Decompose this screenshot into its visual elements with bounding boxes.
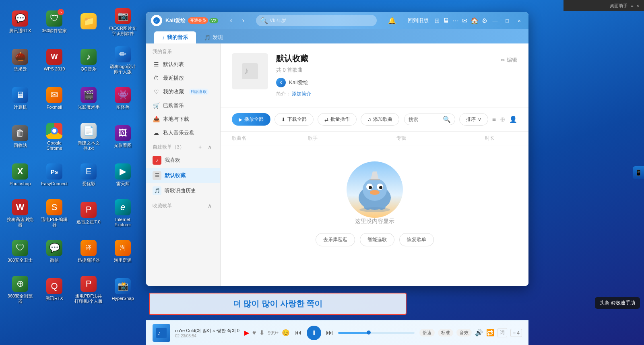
add-playlist-btn[interactable]: + (196, 143, 204, 151)
youtube-icon[interactable]: ▶ (244, 329, 249, 337)
icon-aiyou[interactable]: ▶ 雷天师 (107, 157, 139, 193)
icon-label-tencent-rtx: 腾讯通RTX (9, 28, 31, 33)
sidebar-item-default-collection[interactable]: ☰ 默认收藏 (146, 168, 220, 183)
icon-qq-music[interactable]: ♪ QQ音乐 (72, 42, 105, 79)
icon-img-computer: 🖥 (12, 87, 28, 103)
icon-apps[interactable]: ⋯ (452, 17, 459, 25)
sound-effect-btn[interactable]: 音效 (456, 329, 472, 337)
player-thumbnail[interactable]: ♪ (153, 324, 170, 342)
icon-grid[interactable]: ⊞ (434, 17, 440, 25)
icon-hypersnap[interactable]: 📸 HyperSnap (107, 272, 139, 308)
icon-tencent-rtx[interactable]: 💬 腾讯通RTX (4, 4, 36, 40)
right-tool-panel[interactable]: 📱 (633, 166, 644, 179)
inline-search-input[interactable] (409, 117, 441, 122)
user-icon[interactable]: 👤 (509, 116, 517, 123)
pause-btn[interactable]: ⏸ (307, 326, 321, 340)
add-song-btn[interactable]: ♫ 添加歌曲 (361, 113, 399, 126)
inline-search[interactable]: 🔍 (404, 114, 455, 125)
desc-placeholder[interactable]: 添加简介 (292, 91, 311, 97)
search-input[interactable] (270, 18, 373, 23)
icon-tencent-rtx2[interactable]: Q 腾讯RTX (38, 272, 70, 308)
sidebar-item-love[interactable]: ♪ 我喜欢 (146, 153, 220, 168)
icon-pdf-print[interactable]: P 迅电PDF法共打印机/个人版 (72, 272, 105, 308)
window-close-btn[interactable]: × (515, 16, 524, 25)
icon-ms-excel[interactable]: X Photoshop (4, 157, 36, 193)
sidebar-item-recent[interactable]: ⏱ 最近播放 (146, 71, 220, 85)
icon-pdf-editor[interactable]: P 迅雷之星7.0 (72, 195, 105, 231)
icon-ms-word[interactable]: W 搜狗高速浏览器 (4, 195, 36, 231)
icon-computer[interactable]: 🖥 计算机 (4, 81, 36, 117)
icon-360-guard[interactable]: 🛡 360安全卫士 (4, 233, 36, 270)
icon-nuts-cloud[interactable]: 🌰 坚果云 (4, 42, 36, 79)
batch-ops-btn[interactable]: ⇄ 批量操作 (318, 113, 357, 126)
system-menu-icon[interactable]: ≡ (631, 3, 633, 8)
icon-360-browser[interactable]: ⊕ 360安全浏览器 (4, 272, 36, 308)
icon-monitor[interactable]: 🖥 (443, 17, 449, 24)
next-btn[interactable]: ⏭ (326, 328, 333, 337)
list-view-icon[interactable]: ≡ (492, 116, 496, 123)
player-download-icon[interactable]: ⬇ (259, 329, 264, 337)
collapse-collected-btn[interactable]: ∧ (206, 202, 214, 210)
go-library-btn[interactable]: 去乐库逛逛 (316, 233, 355, 246)
icon-foxmail[interactable]: ✉ Foxmail (38, 81, 70, 117)
icon-movie-magic[interactable]: 🎬 光影魔术手 (72, 81, 105, 117)
smart-select-btn[interactable]: 智能选歌 (360, 233, 394, 246)
download-all-btn[interactable]: ⬇ 下载全部 (275, 113, 314, 126)
icon-photoshop[interactable]: Ps EasyConnect (38, 157, 70, 193)
icon-taobao[interactable]: 淘 淘里逛逛 (107, 233, 139, 270)
like-icon[interactable]: ♥ (252, 329, 256, 337)
icon-label-recycle: 回收站 (14, 143, 27, 148)
icon-bell2[interactable]: 🏠 (471, 17, 479, 25)
icon-wps[interactable]: W WPS 2019 (38, 42, 70, 79)
icon-wechat[interactable]: 💬 微信 (38, 233, 70, 270)
forward-button[interactable]: › (238, 16, 248, 25)
back-button[interactable]: ‹ (226, 16, 236, 25)
return-old-btn[interactable]: 回到旧版 (405, 16, 431, 25)
system-close-icon[interactable]: × (637, 3, 639, 8)
icon-ocr[interactable]: 📷 电OCR图片文字识别软件 (107, 4, 139, 40)
tab-discover[interactable]: 🎵 发现 (196, 31, 231, 43)
icon-settings[interactable]: ⚙ (482, 17, 487, 25)
icon-light-shadow[interactable]: 🖼 光影看图 (107, 119, 139, 155)
tab-my-music[interactable]: ♪ 我的音乐 (154, 31, 196, 43)
icon-logo-design[interactable]: ✏ 顽狗logo设计师个人版 (107, 42, 139, 79)
play-all-btn[interactable]: ▶ 播放全部 (232, 113, 270, 126)
sidebar-item-default-list[interactable]: ☰ 默认列表 (146, 58, 220, 71)
lyrics-btn[interactable]: 词 (497, 328, 507, 337)
icon-sogou[interactable]: S 迅电PDF编辑器 (38, 195, 70, 231)
search-bar[interactable]: 🔍 (256, 15, 377, 26)
icon-monster[interactable]: 👾 图怪兽 (107, 81, 139, 117)
icon-speed-translate[interactable]: 译 迅捷翻译器 (72, 233, 105, 270)
grid-view-icon[interactable]: ⊕ (500, 116, 505, 123)
member-badge[interactable]: 开通会员 (188, 17, 208, 24)
playlist-count[interactable]: ≡ 4 (510, 329, 522, 337)
volume-icon[interactable]: 🔊 (475, 329, 483, 337)
icon-chrome[interactable]: Google Chrome (38, 119, 70, 155)
sidebar-item-collection[interactable]: ♡ 我的收藏 稍后喜欢 (146, 85, 220, 99)
restore-playlist-btn[interactable]: 恢复歌单 (399, 233, 434, 246)
icon-folder[interactable]: 📁 (72, 4, 105, 40)
prev-btn[interactable]: ⏮ (295, 328, 302, 337)
icon-easyconnect[interactable]: E 爱优影 (72, 157, 105, 193)
icon-mail[interactable]: ✉ (462, 17, 467, 25)
icon-new-text[interactable]: 📄 新建文本文件.txt (72, 119, 105, 155)
icon-360-software[interactable]: 🛡5 360软件管家 (38, 4, 70, 40)
quality-btn[interactable]: 标准 (438, 329, 453, 337)
speed-btn[interactable]: 倍速 (419, 329, 435, 337)
icon-ie[interactable]: e Internet Explorer (107, 195, 139, 231)
player-progress-bar[interactable] (338, 332, 415, 334)
bell-icon[interactable]: 🔔 (388, 17, 396, 25)
collapse-playlists-btn[interactable]: ∧ (206, 143, 214, 151)
sidebar-item-cloud[interactable]: ☁ 私人音乐云盘 (146, 126, 220, 140)
sidebar-item-history[interactable]: 🎵 听歌识曲历史 (146, 183, 220, 198)
emoji-icon[interactable]: 😊 (282, 329, 290, 337)
collection-edit-btn[interactable]: ✏ 编辑 (501, 56, 517, 64)
sidebar-item-purchased[interactable]: 🛒 已购音乐 (146, 99, 220, 112)
repeat-icon[interactable]: 🔁 (486, 329, 494, 337)
sidebar-item-local[interactable]: 📥 本地与下载 (146, 112, 220, 126)
window-maximize-btn[interactable]: □ (503, 16, 512, 25)
comment-count[interactable]: 999+ (268, 330, 279, 336)
sort-btn[interactable]: 排序 ∨ (459, 113, 488, 126)
window-minimize-btn[interactable]: — (491, 16, 500, 25)
icon-recycle[interactable]: 🗑 回收站 (4, 119, 36, 155)
